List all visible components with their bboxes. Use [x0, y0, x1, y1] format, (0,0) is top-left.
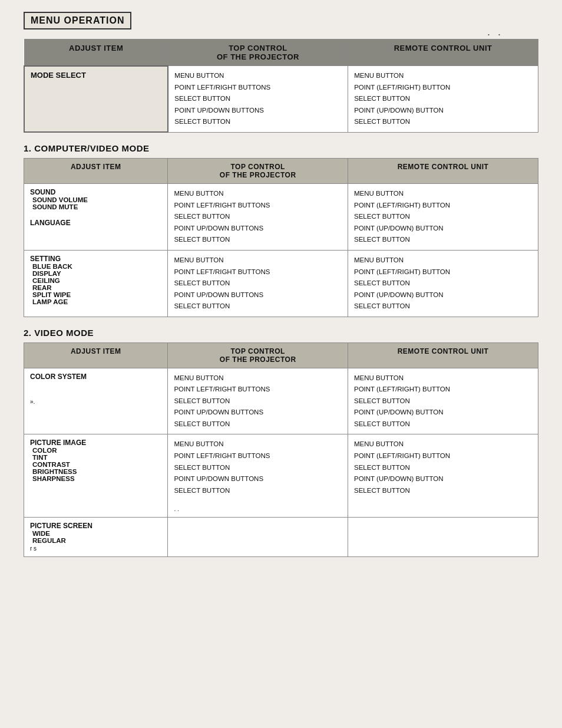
- page-title: MENU OPERATION: [24, 12, 131, 29]
- picture-image-label: PICTURE IMAGE: [30, 439, 161, 447]
- s1-header-top: TOP CONTROLOF THE PROJECTOR: [168, 159, 348, 184]
- page-wrapper: . . MENU OPERATION ADJUST ITEM TOP CONTR…: [24, 12, 538, 557]
- s2-row1-adjust: COLOR SYSTEM ».: [24, 368, 168, 434]
- table-row: MODE SELECT MENU BUTTON POINT LEFT/RIGHT…: [24, 66, 538, 133]
- s2-row1-remote-instructions: MENU BUTTON POINT (LEFT/RIGHT) BUTTON SE…: [354, 373, 532, 430]
- s1-row1-top: MENU BUTTON POINT LEFT/RIGHT BUTTONS SEL…: [168, 184, 348, 251]
- tint-label: TINT: [30, 454, 161, 461]
- s2-row3-note: r s: [30, 545, 37, 552]
- s2-header-remote: REMOTE CONTROL UNIT: [348, 342, 538, 368]
- top-instructions: MENU BUTTON POINT LEFT/RIGHT BUTTONS SEL…: [174, 70, 342, 128]
- color-system-label: COLOR SYSTEM: [30, 373, 161, 381]
- table-row: COLOR SYSTEM ». MENU BUTTON POINT LEFT/R…: [24, 368, 538, 434]
- s1-row2-adjust: SETTING BLUE BACK DISPLAY CEILING REAR S…: [24, 250, 168, 317]
- s2-row1-remote: MENU BUTTON POINT (LEFT/RIGHT) BUTTON SE…: [348, 368, 538, 434]
- s2-header-adjust: ADJUST ITEM: [24, 342, 168, 368]
- intro-header-adjust: ADJUST ITEM: [24, 39, 168, 66]
- intro-header-remote: REMOTE CONTROL UNIT: [348, 39, 538, 66]
- s1-header-adjust: ADJUST ITEM: [24, 159, 168, 184]
- s2-row1-top: MENU BUTTON POINT LEFT/RIGHT BUTTONS SEL…: [168, 368, 348, 434]
- s2-row2-adjust: PICTURE IMAGE COLOR TINT CONTRAST BRIGHT…: [24, 434, 168, 518]
- sound-label: SOUND: [30, 188, 161, 196]
- s2-row2-top-instructions: MENU BUTTON POINT LEFT/RIGHT BUTTONS SEL…: [174, 439, 342, 496]
- s2-row2-note: . .: [174, 506, 178, 512]
- ceiling-label: CEILING: [30, 277, 161, 284]
- table-row: SETTING BLUE BACK DISPLAY CEILING REAR S…: [24, 250, 538, 317]
- s2-row1-top-instructions: MENU BUTTON POINT LEFT/RIGHT BUTTONS SEL…: [174, 373, 342, 430]
- regular-label: REGULAR: [30, 537, 161, 544]
- s2-row2-remote: MENU BUTTON POINT (LEFT/RIGHT) BUTTON SE…: [348, 434, 538, 518]
- s1-row2-top-instructions: MENU BUTTON POINT LEFT/RIGHT BUTTONS SEL…: [174, 255, 342, 312]
- s1-row1-remote: MENU BUTTON POINT (LEFT/RIGHT) BUTTON SE…: [348, 184, 538, 251]
- s1-row2-remote-instructions: MENU BUTTON POINT (LEFT/RIGHT) BUTTON SE…: [354, 255, 532, 312]
- intro-header-top: TOP CONTROLOF THE PROJECTOR: [168, 39, 348, 66]
- s2-row2-top: MENU BUTTON POINT LEFT/RIGHT BUTTONS SEL…: [168, 434, 348, 518]
- table-row: PICTURE SCREEN WIDE REGULAR r s: [24, 518, 538, 557]
- brightness-label: BRIGHTNESS: [30, 468, 161, 475]
- sharpness-label: SHARPNESS: [30, 475, 161, 482]
- sound-mute-label: SOUND MUTE: [30, 203, 161, 210]
- s1-row1-top-instructions: MENU BUTTON POINT LEFT/RIGHT BUTTONS SEL…: [174, 188, 342, 246]
- sound-volume-label: SOUND VOLUME: [30, 196, 161, 203]
- table-row: SOUND SOUND VOLUME SOUND MUTE LANGUAGE M…: [24, 184, 538, 251]
- section1-heading: 1. COMPUTER/VIDEO MODE: [24, 143, 538, 153]
- section2-table: ADJUST ITEM TOP CONTROLOF THE PROJECTOR …: [24, 342, 538, 557]
- s2-row3-adjust: PICTURE SCREEN WIDE REGULAR r s: [24, 518, 168, 557]
- intro-table: ADJUST ITEM TOP CONTROLOF THE PROJECTOR …: [24, 39, 538, 133]
- contrast-label: CONTRAST: [30, 461, 161, 468]
- remote-instructions: MENU BUTTON POINT (LEFT/RIGHT) BUTTON SE…: [354, 70, 532, 128]
- intro-top-control: MENU BUTTON POINT LEFT/RIGHT BUTTONS SEL…: [168, 66, 348, 133]
- blue-back-label: BLUE BACK: [30, 263, 161, 270]
- s1-row2-top: MENU BUTTON POINT LEFT/RIGHT BUTTONS SEL…: [168, 250, 348, 317]
- mode-select-cell: MODE SELECT: [24, 66, 168, 133]
- s2-row2-remote-instructions: MENU BUTTON POINT (LEFT/RIGHT) BUTTON SE…: [354, 439, 532, 496]
- s1-row1-adjust: SOUND SOUND VOLUME SOUND MUTE LANGUAGE: [24, 184, 168, 251]
- table-row: PICTURE IMAGE COLOR TINT CONTRAST BRIGHT…: [24, 434, 538, 518]
- s2-header-top: TOP CONTROLOF THE PROJECTOR: [168, 342, 348, 368]
- wide-label: WIDE: [30, 530, 161, 537]
- picture-screen-label: PICTURE SCREEN: [30, 522, 161, 530]
- split-wipe-label: SPLIT WIPE: [30, 291, 161, 298]
- setting-label: SETTING: [30, 255, 161, 263]
- section1-table: ADJUST ITEM TOP CONTROLOF THE PROJECTOR …: [24, 158, 538, 317]
- color-label: COLOR: [30, 447, 161, 454]
- dot-decoration: . .: [487, 26, 503, 38]
- s1-row1-remote-instructions: MENU BUTTON POINT (LEFT/RIGHT) BUTTON SE…: [354, 188, 532, 246]
- s2-row3-remote: [348, 518, 538, 557]
- display-label: DISPLAY: [30, 270, 161, 277]
- section2-heading: 2. VIDEO MODE: [24, 328, 538, 338]
- language-label: LANGUAGE: [30, 219, 161, 227]
- s2-row3-top: [168, 518, 348, 557]
- s1-header-remote: REMOTE CONTROL UNIT: [348, 159, 538, 184]
- s2-row1-note: ».: [30, 398, 35, 405]
- lamp-age-label: LAMP AGE: [30, 298, 161, 305]
- rear-label: REAR: [30, 284, 161, 291]
- intro-remote: MENU BUTTON POINT (LEFT/RIGHT) BUTTON SE…: [348, 66, 538, 133]
- s1-row2-remote: MENU BUTTON POINT (LEFT/RIGHT) BUTTON SE…: [348, 250, 538, 317]
